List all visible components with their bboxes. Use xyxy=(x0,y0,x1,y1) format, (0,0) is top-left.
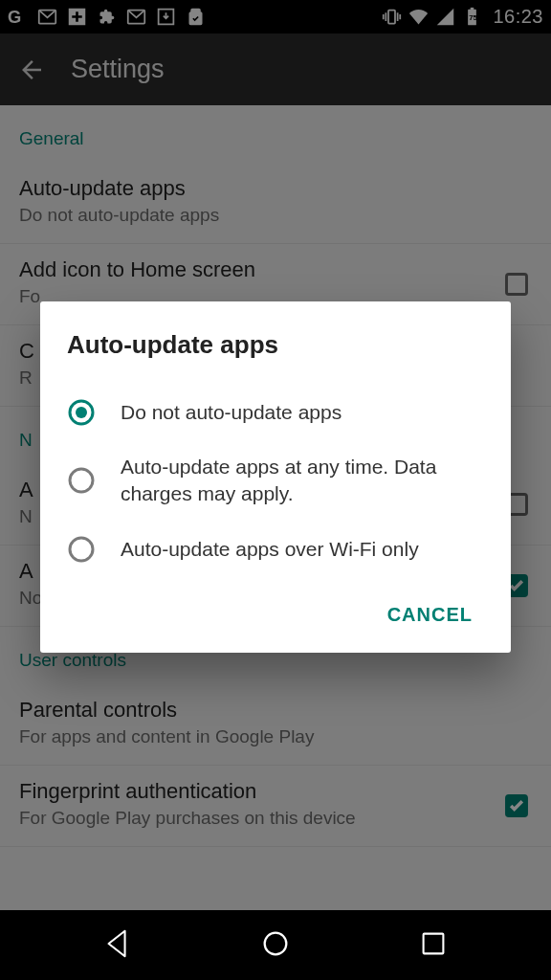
screen: G 75 16:23 Settings General Auto-update … xyxy=(0,0,551,980)
nav-recent-icon[interactable] xyxy=(417,927,450,964)
nav-home-icon[interactable] xyxy=(259,927,292,964)
svg-point-14 xyxy=(76,407,87,418)
svg-rect-18 xyxy=(424,933,444,953)
svg-point-17 xyxy=(265,932,287,954)
cancel-button[interactable]: CANCEL xyxy=(376,594,484,635)
svg-point-16 xyxy=(70,538,93,561)
navigation-bar xyxy=(0,910,551,980)
option-auto-update-wifi[interactable]: Auto-update apps over Wi-Fi only xyxy=(67,522,484,577)
radio-selected-icon xyxy=(67,398,96,427)
option-label: Do not auto-update apps xyxy=(121,399,342,426)
svg-point-15 xyxy=(70,469,93,492)
radio-unselected-icon xyxy=(67,535,96,564)
radio-unselected-icon xyxy=(67,466,96,495)
option-label: Auto-update apps over Wi-Fi only xyxy=(121,536,419,563)
option-label: Auto-update apps at any time. Data charg… xyxy=(121,454,484,508)
auto-update-dialog: Auto-update apps Do not auto-update apps… xyxy=(40,301,511,653)
dialog-title: Auto-update apps xyxy=(67,330,484,360)
dialog-actions: CANCEL xyxy=(67,594,484,635)
option-do-not-auto-update[interactable]: Do not auto-update apps xyxy=(67,385,484,440)
option-auto-update-anytime[interactable]: Auto-update apps at any time. Data charg… xyxy=(67,440,484,522)
nav-back-icon[interactable] xyxy=(101,927,134,964)
